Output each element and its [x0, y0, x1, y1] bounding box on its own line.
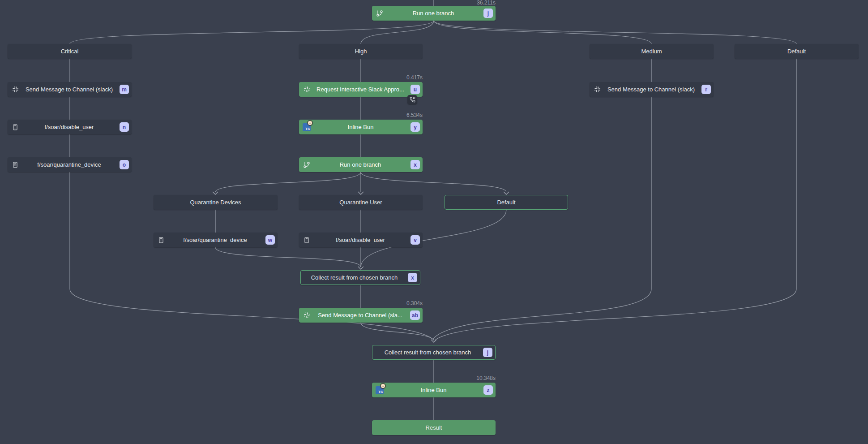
node-id-badge: n: [120, 122, 129, 132]
edge-medium-long: [433, 97, 651, 339]
script-icon: [158, 237, 165, 244]
node-id-badge: x: [410, 160, 420, 169]
node-id-badge: ab: [410, 310, 420, 320]
git-branch-icon: [303, 161, 310, 168]
branch-header-medium[interactable]: Medium: [590, 44, 714, 59]
arrowhead-subdef: [504, 192, 509, 194]
slack-icon: [303, 312, 310, 319]
typescript-icon: TS: [303, 123, 311, 131]
branch-header-quarantine-user[interactable]: Quarantine User: [299, 195, 423, 210]
slack-icon: [594, 86, 601, 93]
node-script-quarantine-device-sub[interactable]: f/soar/quarantine_device w: [154, 233, 278, 247]
node-result[interactable]: Result: [372, 420, 496, 435]
typescript-icon: TS: [376, 386, 384, 394]
node-id-badge: j: [483, 9, 493, 18]
git-branch-icon: [376, 10, 383, 17]
node-collect-result-main[interactable]: Collect result from chosen branch j: [372, 345, 496, 360]
script-icon: [12, 124, 19, 131]
branch-header-quarantine-devices[interactable]: Quarantine Devices: [154, 195, 278, 210]
edge-subfan-def: [361, 172, 506, 192]
node-send-message-ab[interactable]: Send Message to Channel (sla... ab: [299, 308, 423, 323]
script-icon: [303, 237, 310, 244]
node-send-message-medium[interactable]: Send Message to Channel (slack) r: [590, 82, 714, 97]
node-request-slack-approval[interactable]: Request Interactive Slack Appro... u: [299, 82, 423, 97]
node-inline-bun-high[interactable]: TS Inline Bun y: [299, 120, 423, 134]
duration-label: 0.417s: [299, 74, 423, 81]
phone-incoming-icon: [407, 95, 417, 104]
node-label: Send Message to Channel (slack): [19, 86, 120, 93]
node-label: Request Interactive Slack Appro...: [310, 86, 410, 93]
node-script-disable-user-sub[interactable]: f/soar/disable_user v: [299, 233, 423, 247]
branch-label: Default: [735, 48, 859, 55]
node-send-message-critical[interactable]: Send Message to Channel (slack) m: [8, 82, 132, 97]
duration-label: 0.304s: [299, 300, 423, 306]
edge-subfan-qd: [215, 172, 361, 192]
node-label: Run one branch: [310, 161, 410, 168]
bun-icon: [380, 383, 386, 389]
node-script-quarantine-device-critical[interactable]: f/soar/quarantine_device o: [8, 157, 132, 172]
branch-label: High: [299, 48, 423, 55]
node-id-badge: m: [120, 85, 129, 94]
branch-header-high[interactable]: High: [299, 44, 423, 59]
node-label: Run one branch: [383, 10, 483, 17]
duration-label: 36.211s: [372, 0, 496, 6]
node-id-badge: v: [410, 235, 420, 245]
edge-ab-collectj: [361, 323, 434, 340]
edge-w-collect: [215, 247, 361, 267]
node-id-badge: w: [265, 235, 275, 245]
node-collect-result-inner[interactable]: Collect result from chosen branch x: [300, 270, 420, 285]
branch-header-default-selected[interactable]: Default: [445, 195, 568, 210]
branch-label: Medium: [590, 48, 714, 55]
bun-icon: [307, 120, 313, 126]
node-label: f/soar/quarantine_device: [165, 237, 265, 243]
node-id-badge: z: [483, 385, 493, 395]
node-label: Collect result from chosen branch: [372, 349, 483, 356]
arrowhead-collect-j: [431, 340, 436, 342]
node-id-badge: r: [701, 85, 711, 94]
branch-header-default[interactable]: Default: [735, 44, 859, 59]
node-id-badge: y: [410, 122, 420, 132]
node-label: Inline Bun: [384, 387, 483, 393]
arrowhead-collect-x: [358, 267, 363, 269]
node-label: Collect result from chosen branch: [301, 274, 408, 281]
node-script-disable-user-critical[interactable]: f/soar/disable_user n: [8, 120, 132, 134]
branch-label: Quarantine Devices: [154, 199, 278, 206]
node-id-badge: j: [483, 348, 492, 357]
node-label: Send Message to Channel (slack): [601, 86, 701, 93]
branch-label: Critical: [8, 48, 132, 55]
edge-top-default: [434, 21, 796, 44]
node-label: f/soar/disable_user: [19, 124, 120, 130]
node-label: Result: [372, 424, 496, 431]
node-id-badge: u: [410, 85, 420, 94]
node-run-one-branch-main[interactable]: Run one branch j: [372, 6, 496, 21]
node-label: f/soar/quarantine_device: [19, 161, 120, 168]
flow-graph-canvas[interactable]: 36.211s 0.417s 6.534s 0.304s 10.348s Run…: [0, 0, 868, 444]
duration-label: 10.348s: [372, 375, 496, 381]
slack-icon: [12, 86, 19, 93]
node-label: Inline Bun: [311, 124, 410, 130]
node-label: f/soar/disable_user: [310, 237, 410, 243]
node-run-one-branch-high[interactable]: Run one branch x: [299, 157, 423, 172]
edge-top-high: [361, 21, 434, 44]
node-label: Send Message to Channel (sla...: [310, 312, 410, 319]
branch-label: Quarantine User: [299, 199, 423, 206]
node-inline-bun-final[interactable]: TS Inline Bun z: [372, 383, 496, 397]
slack-icon: [303, 86, 310, 93]
arrowhead-qu: [358, 192, 363, 194]
duration-label: 6.534s: [299, 112, 423, 118]
script-icon: [12, 161, 19, 168]
branch-label: Default: [445, 199, 568, 206]
arrowhead-qd: [213, 192, 218, 194]
edge-top-medium: [434, 21, 651, 44]
edge-layer: [0, 0, 868, 444]
node-id-badge: x: [408, 273, 417, 282]
edge-top-critical: [70, 21, 434, 44]
branch-header-critical[interactable]: Critical: [8, 44, 132, 59]
node-id-badge: o: [120, 160, 129, 169]
